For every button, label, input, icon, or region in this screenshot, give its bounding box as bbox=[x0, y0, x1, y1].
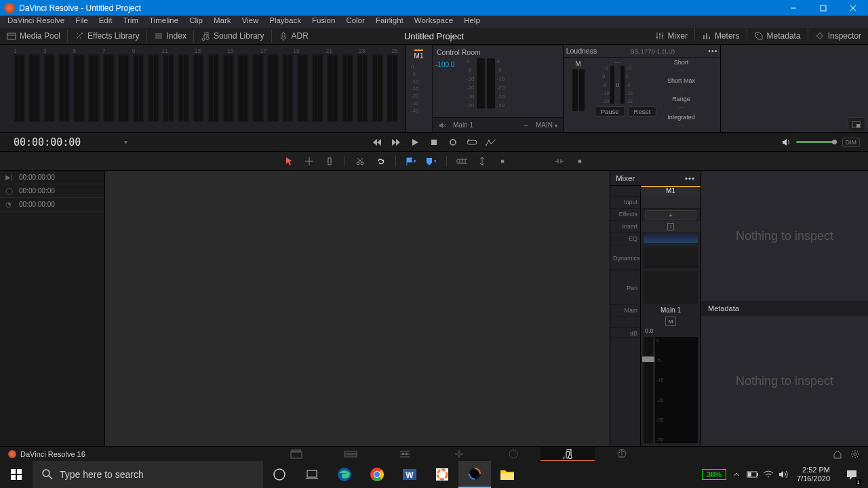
timeline-canvas[interactable] bbox=[105, 171, 610, 446]
control-room-db[interactable]: -100.0 bbox=[435, 61, 454, 115]
m1-tab[interactable]: M1 bbox=[414, 49, 424, 60]
loop-button[interactable] bbox=[467, 137, 477, 148]
menu-help[interactable]: Help bbox=[458, 16, 486, 28]
word-icon[interactable]: W bbox=[393, 461, 426, 488]
effects-library-button[interactable]: Effects Library bbox=[68, 28, 146, 45]
main-out-select[interactable]: MAIN ▾ bbox=[536, 121, 557, 129]
deliver-page[interactable] bbox=[595, 447, 649, 462]
dynamics-slot[interactable] bbox=[644, 247, 698, 268]
transient-tool[interactable] bbox=[554, 156, 565, 167]
menu-playback[interactable]: Playback bbox=[264, 16, 307, 28]
dim-button[interactable]: DIM bbox=[842, 138, 861, 147]
linked-move-tool[interactable] bbox=[477, 156, 488, 167]
home-icon[interactable] bbox=[833, 449, 842, 459]
mute-speaker-icon[interactable] bbox=[438, 121, 446, 129]
tc-row-1[interactable]: ▶|00:00:00:00 bbox=[0, 171, 104, 184]
menu-fairlight[interactable]: Fairlight bbox=[370, 16, 409, 28]
menu-fusion[interactable]: Fusion bbox=[307, 16, 341, 28]
eq-slot[interactable] bbox=[644, 235, 698, 244]
dot-tool-2[interactable] bbox=[574, 156, 585, 167]
menu-view[interactable]: View bbox=[237, 16, 264, 28]
battery-indicator[interactable]: 38% bbox=[702, 469, 726, 480]
notifications-icon[interactable]: 1 bbox=[838, 461, 865, 488]
taskbar-search[interactable]: Type here to search bbox=[33, 461, 263, 488]
menu-file[interactable]: File bbox=[70, 16, 94, 28]
monitor-select[interactable]: Main 1 bbox=[453, 121, 473, 129]
menu-trim[interactable]: Trim bbox=[118, 16, 144, 28]
settings-gear-icon[interactable] bbox=[850, 449, 860, 459]
strip-name[interactable]: M1 bbox=[641, 186, 701, 197]
fast-forward-button[interactable] bbox=[391, 137, 401, 148]
menu-clip[interactable]: Clip bbox=[184, 16, 208, 28]
speaker-icon[interactable] bbox=[781, 138, 791, 147]
menu-timeline[interactable]: Timeline bbox=[144, 16, 184, 28]
tc-row-3[interactable]: ◔00:00:00:00 bbox=[0, 198, 104, 211]
insert-slot[interactable]: I bbox=[641, 221, 701, 233]
edit-page[interactable] bbox=[378, 447, 432, 462]
record-button[interactable] bbox=[448, 137, 458, 148]
marker-tool[interactable]: ▾ bbox=[426, 156, 437, 167]
tc-row-2[interactable]: ◯00:00:00:00 bbox=[0, 184, 104, 198]
pan-slot[interactable] bbox=[644, 271, 698, 304]
edge-icon[interactable] bbox=[328, 461, 361, 488]
taskbar-clock[interactable]: 2:52 PM7/16/2020 bbox=[793, 466, 834, 483]
color-page[interactable] bbox=[486, 447, 540, 462]
fairlight-page[interactable] bbox=[540, 447, 595, 462]
rewind-button[interactable] bbox=[372, 137, 382, 148]
adr-button[interactable]: ADR bbox=[272, 28, 315, 45]
mixer-menu-icon[interactable]: ••• bbox=[685, 174, 695, 182]
loudness-pause-button[interactable]: Pause bbox=[595, 106, 625, 117]
stop-button[interactable] bbox=[429, 137, 439, 148]
automation-button[interactable] bbox=[486, 137, 496, 148]
menu-workspace[interactable]: Workspace bbox=[409, 16, 458, 28]
loudness-menu-icon[interactable]: ••• bbox=[708, 47, 717, 55]
timecode-dropdown[interactable]: ▾ bbox=[105, 138, 146, 146]
trim-tool[interactable] bbox=[324, 156, 335, 167]
dot-tool-1[interactable] bbox=[497, 156, 508, 167]
close-button[interactable] bbox=[838, 0, 868, 16]
mixer-toggle[interactable]: Mixer bbox=[648, 28, 694, 45]
menu-color[interactable]: Color bbox=[340, 16, 370, 28]
index-button[interactable]: Index bbox=[147, 28, 193, 45]
media-page[interactable] bbox=[269, 447, 323, 462]
media-pool-button[interactable]: Media Pool bbox=[0, 28, 67, 45]
tray-volume-icon[interactable] bbox=[778, 470, 789, 479]
menu-davinci-resolve[interactable]: DaVinci Resolve bbox=[2, 16, 70, 28]
cortana-icon[interactable] bbox=[263, 461, 296, 488]
fusion-page[interactable] bbox=[432, 447, 486, 462]
play-button[interactable] bbox=[410, 137, 420, 148]
loudness-standard[interactable]: BS.1770-1 (LU) bbox=[630, 47, 675, 55]
start-button[interactable] bbox=[0, 461, 33, 488]
inspector-toggle[interactable]: Inspector bbox=[808, 28, 868, 45]
selection-tool[interactable] bbox=[283, 156, 294, 167]
app-icon-4[interactable] bbox=[426, 461, 458, 488]
mute-button[interactable]: M bbox=[665, 317, 676, 326]
resolve-taskbar-icon[interactable] bbox=[458, 461, 491, 488]
tray-chevron-icon[interactable] bbox=[730, 471, 743, 478]
fader[interactable] bbox=[644, 337, 653, 443]
flag-tool[interactable]: ▾ bbox=[406, 156, 416, 167]
razor-tool[interactable] bbox=[355, 156, 366, 167]
minimize-button[interactable] bbox=[778, 0, 808, 16]
tray-battery-icon[interactable] bbox=[747, 470, 759, 479]
menu-edit[interactable]: Edit bbox=[94, 16, 118, 28]
input-slot[interactable] bbox=[641, 197, 701, 209]
chrome-icon[interactable] bbox=[361, 461, 393, 488]
link-tool[interactable] bbox=[375, 156, 386, 167]
effects-add[interactable]: + bbox=[645, 210, 696, 220]
metadata-toggle[interactable]: Metadata bbox=[747, 28, 808, 45]
maximize-button[interactable] bbox=[808, 0, 838, 16]
master-timecode[interactable]: 00:00:00:00 bbox=[0, 136, 105, 148]
sound-library-button[interactable]: Sound Library bbox=[194, 28, 271, 45]
cut-page[interactable] bbox=[323, 447, 378, 462]
loudness-reset-button[interactable]: Reset bbox=[628, 106, 657, 117]
fader-db[interactable]: 0.0 bbox=[641, 327, 701, 334]
snapping-tool[interactable] bbox=[456, 156, 467, 167]
volume-slider[interactable] bbox=[796, 141, 837, 143]
tray-wifi-icon[interactable] bbox=[763, 470, 774, 479]
menu-mark[interactable]: Mark bbox=[208, 16, 237, 28]
range-tool[interactable] bbox=[304, 156, 315, 167]
task-view-icon[interactable] bbox=[296, 461, 328, 488]
explorer-icon[interactable] bbox=[491, 461, 524, 488]
meters-toggle[interactable]: Meters bbox=[695, 28, 747, 45]
